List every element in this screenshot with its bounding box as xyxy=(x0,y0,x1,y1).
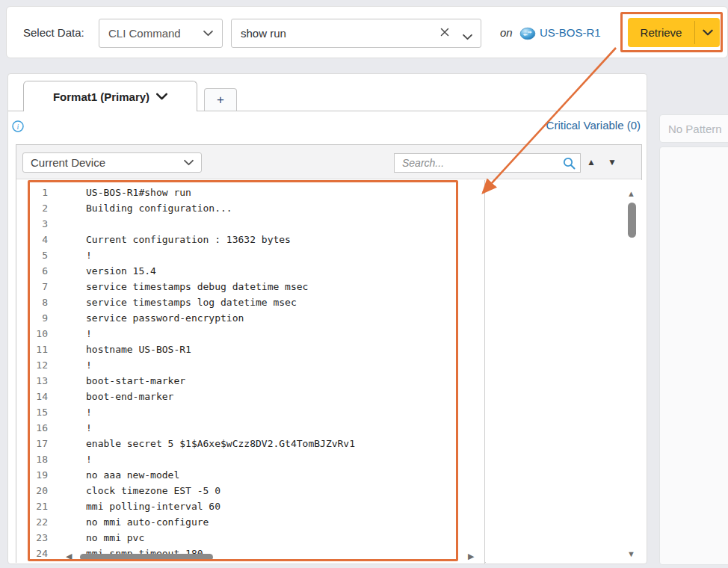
on-label: on xyxy=(500,26,513,39)
code-line: 2Building configuration... xyxy=(16,200,484,216)
code-line: 16! xyxy=(16,420,484,436)
code-line: 11hostname US-BOS-R1 xyxy=(16,342,484,357)
code-line: 7service timestamps debug datetime msec xyxy=(16,279,484,294)
select-data-label: Select Data: xyxy=(23,26,84,39)
code-line: 23no mmi pvc xyxy=(16,530,484,546)
code-line: 9service password-encryption xyxy=(16,310,484,326)
plus-icon: + xyxy=(217,93,224,108)
add-format-tab-button[interactable]: + xyxy=(204,88,237,111)
code-line: 22no mmi auto-configure xyxy=(16,514,484,530)
search-icon[interactable] xyxy=(562,156,576,170)
code-line: 5! xyxy=(16,247,484,263)
search-input[interactable] xyxy=(395,154,580,172)
code-line: 17enable secret 5 $1$A6xe$wCzz8DV2.Gt4To… xyxy=(16,436,484,451)
format-panel: Format1 (Primary) + i Critical Variable … xyxy=(7,73,647,564)
scroll-left-arrow-icon[interactable]: ◀ xyxy=(66,552,72,561)
code-line: 18! xyxy=(16,451,484,467)
code-line: 15! xyxy=(16,404,484,420)
retrieve-button[interactable]: Retrieve xyxy=(628,18,720,47)
device-scope-dropdown[interactable]: Current Device xyxy=(22,152,202,173)
scroll-up-arrow-icon[interactable]: ▲ xyxy=(627,189,635,198)
code-line: 10! xyxy=(16,326,484,342)
code-line: 6version 15.4 xyxy=(16,263,484,279)
vertical-scrollbar-thumb[interactable] xyxy=(628,203,636,238)
data-type-value: CLI Command xyxy=(108,27,181,40)
tab-label: Format1 (Primary) xyxy=(53,90,149,103)
code-line: 3 xyxy=(16,216,484,232)
retrieve-button-label: Retrieve xyxy=(628,26,694,39)
sample-toolbar: Current Device ▲ ▼ xyxy=(16,145,641,179)
data-type-dropdown[interactable]: CLI Command xyxy=(99,19,223,48)
search-prev-button[interactable]: ▲ xyxy=(587,158,596,167)
parser-app-window: Select Data: CLI Command on xyxy=(0,0,728,568)
cli-output-lines: 1US-BOS-R1#show run2Building configurati… xyxy=(16,185,484,561)
variable-definition-pane[interactable]: ▲ ▼ xyxy=(486,180,643,564)
no-pattern-button[interactable]: No Pattern xyxy=(659,114,728,143)
chevron-down-icon xyxy=(203,30,213,37)
parser-workspace: Current Device ▲ ▼ xyxy=(16,144,642,563)
select-data-bar: Select Data: CLI Command on xyxy=(6,6,728,58)
cli-output-pane[interactable]: 1US-BOS-R1#show run2Building configurati… xyxy=(16,180,485,564)
critical-variable-link[interactable]: Critical Variable (0) xyxy=(546,119,641,132)
chevron-down-icon[interactable] xyxy=(463,30,472,43)
no-pattern-label: No Pattern xyxy=(668,123,722,135)
code-line: 4Current configuration : 13632 bytes xyxy=(16,232,484,247)
horizontal-scrollbar-thumb[interactable] xyxy=(80,554,213,561)
pattern-panel xyxy=(659,146,728,565)
chevron-down-icon xyxy=(184,159,194,166)
router-device-icon xyxy=(519,27,536,40)
chevron-down-icon xyxy=(156,93,167,100)
search-field xyxy=(394,153,581,173)
scroll-right-arrow-icon[interactable]: ▶ xyxy=(468,552,474,561)
search-next-button[interactable]: ▼ xyxy=(608,158,617,167)
code-line: 13boot-start-marker xyxy=(16,373,484,389)
code-line: 8service timestamps log datetime msec xyxy=(16,294,484,310)
svg-text:i: i xyxy=(17,123,19,131)
code-line: 14boot-end-marker xyxy=(16,389,484,404)
scroll-down-arrow-icon[interactable]: ▼ xyxy=(627,549,635,558)
command-combobox xyxy=(231,19,481,48)
code-line: 20clock timezone EST -5 0 xyxy=(16,483,484,498)
clear-icon[interactable] xyxy=(439,27,451,39)
tab-format1-primary[interactable]: Format1 (Primary) xyxy=(23,81,197,111)
device-scope-value: Current Device xyxy=(31,156,105,169)
code-line: 1US-BOS-R1#show run xyxy=(16,185,484,200)
code-line: 21mmi polling-interval 60 xyxy=(16,498,484,514)
retrieve-dropdown-chevron-icon[interactable] xyxy=(695,29,720,36)
info-icon[interactable]: i xyxy=(12,120,24,132)
code-line: 19no aaa new-model xyxy=(16,467,484,483)
code-line: 12! xyxy=(16,357,484,373)
device-link[interactable]: US-BOS-R1 xyxy=(540,26,601,39)
